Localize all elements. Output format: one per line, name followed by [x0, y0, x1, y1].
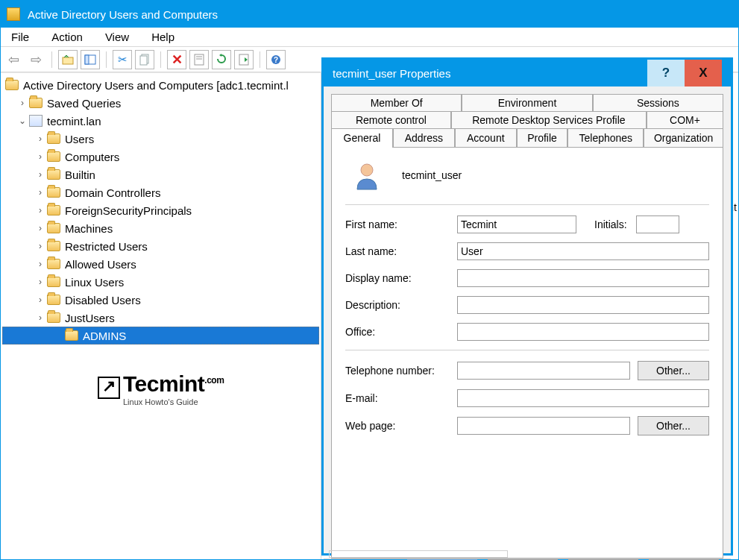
tree-node-domain-controllers[interactable]: ›Domain Controllers — [2, 183, 319, 201]
folder-icon — [47, 223, 60, 233]
menu-action[interactable]: Action — [47, 29, 87, 45]
email-input[interactable] — [457, 389, 709, 407]
tree-root[interactable]: Active Directory Users and Computers [ad… — [2, 76, 319, 94]
svg-rect-5 — [195, 54, 204, 65]
folder-icon — [47, 151, 60, 162]
expand-icon[interactable]: › — [35, 205, 45, 215]
first-name-input[interactable] — [457, 215, 576, 233]
tab-address[interactable]: Address — [393, 128, 455, 147]
svg-rect-4 — [140, 56, 147, 65]
nav-back-icon[interactable]: ⇦ — [4, 50, 23, 69]
expand-icon[interactable]: › — [17, 98, 28, 108]
initials-input[interactable] — [636, 215, 679, 233]
last-name-input[interactable] — [457, 242, 709, 260]
tree-domain[interactable]: ⌄tecmint.lan — [2, 112, 319, 130]
email-label: E-mail: — [345, 392, 457, 404]
tree-node-computers[interactable]: ›Computers — [2, 148, 319, 166]
initials-label: Initials: — [594, 218, 636, 230]
tree-node-linux-users[interactable]: ›Linux Users — [2, 273, 319, 291]
folder-icon — [29, 98, 43, 108]
tree-node-allowed-users[interactable]: ›Allowed Users — [2, 255, 319, 273]
expand-icon[interactable]: › — [35, 169, 45, 180]
tree-node-users[interactable]: ›Users — [2, 130, 319, 148]
tree-node-restricted-users[interactable]: ›Restricted Users — [2, 237, 319, 255]
tree-pane: Active Directory Users and Computers [ad… — [1, 73, 321, 559]
expand-icon[interactable]: › — [35, 277, 45, 287]
folder-icon — [47, 277, 60, 287]
delete-icon[interactable]: ✕ — [167, 50, 186, 69]
tab-remote-desktop-services-profile[interactable]: Remote Desktop Services Profile — [451, 111, 647, 128]
office-input[interactable] — [457, 323, 709, 341]
watermark-logo: Tecmint.com Linux Howto's Guide — [98, 371, 224, 406]
properties-dialog: tecmint_user Properties ? X Member OfEnv… — [321, 57, 733, 556]
expand-icon[interactable]: › — [35, 133, 45, 144]
folder-icon — [47, 241, 60, 251]
user-display-name: tecmint_user — [402, 169, 462, 181]
expand-icon[interactable]: › — [35, 295, 45, 305]
menu-help[interactable]: Help — [147, 29, 179, 45]
svg-point-11 — [361, 164, 373, 176]
tree-node-disabled-users[interactable]: ›Disabled Users — [2, 291, 319, 309]
expand-icon[interactable]: › — [35, 223, 45, 233]
tree-node-admins[interactable]: ADMINS — [2, 327, 319, 345]
telephone-input[interactable] — [457, 362, 630, 380]
tab-body-general: tecmint_user First name: Initials: Last … — [331, 147, 723, 559]
tab-complus[interactable]: COM+ — [647, 111, 723, 128]
tab-profile[interactable]: Profile — [517, 128, 568, 147]
help-icon[interactable]: ? — [266, 50, 286, 69]
tree-node-foreignsecurityprincipals[interactable]: ›ForeignSecurityPrincipals — [2, 201, 319, 219]
tab-environment[interactable]: Environment — [462, 94, 592, 111]
export-list-icon[interactable] — [234, 50, 254, 69]
tree-saved-queries[interactable]: ›Saved Queries — [2, 94, 319, 112]
expand-icon[interactable]: › — [35, 241, 45, 251]
web-page-input[interactable] — [457, 417, 630, 435]
tab-general[interactable]: General — [331, 128, 393, 148]
display-name-label: Display name: — [345, 272, 457, 284]
description-input[interactable] — [457, 296, 709, 314]
tab-remote-control[interactable]: Remote control — [331, 111, 451, 128]
nav-forward-icon[interactable]: ⇨ — [26, 50, 45, 69]
up-folder-icon[interactable] — [58, 50, 78, 69]
svg-text:?: ? — [274, 56, 278, 64]
tree-node-builtin[interactable]: ›Builtin — [2, 166, 319, 183]
cut-icon[interactable]: ✂ — [113, 50, 132, 69]
tree-node-machines[interactable]: ›Machines — [2, 219, 319, 237]
tab-organization[interactable]: Organization — [644, 128, 723, 147]
menu-file[interactable]: File — [7, 29, 34, 45]
folder-icon — [47, 205, 60, 215]
titlebar[interactable]: Active Directory Users and Computers — [1, 1, 738, 28]
expand-icon[interactable]: › — [35, 151, 45, 162]
dialog-help-button[interactable]: ? — [647, 60, 685, 86]
collapse-icon[interactable]: ⌄ — [17, 116, 28, 126]
display-name-input[interactable] — [457, 269, 709, 287]
tabs-area: Member OfEnvironmentSessions Remote cont… — [324, 86, 731, 559]
show-hide-tree-icon[interactable] — [81, 50, 100, 69]
expand-icon[interactable]: › — [35, 259, 45, 269]
expand-icon[interactable]: › — [35, 312, 45, 323]
tab-sessions[interactable]: Sessions — [593, 94, 723, 111]
menu-view[interactable]: View — [101, 29, 133, 45]
dialog-close-button[interactable]: X — [685, 60, 722, 86]
properties-icon[interactable] — [189, 50, 209, 69]
copy-icon[interactable] — [135, 50, 154, 69]
tab-telephones[interactable]: Telephones — [567, 128, 644, 147]
user-icon — [351, 160, 383, 191]
telephone-other-button[interactable]: Other... — [638, 361, 709, 380]
window-title: Active Directory Users and Computers — [28, 8, 218, 21]
telephone-label: Telephone number: — [345, 365, 457, 377]
tab-member-of[interactable]: Member Of — [331, 94, 462, 111]
refresh-icon[interactable] — [212, 50, 231, 69]
folder-icon — [5, 80, 19, 90]
dialog-titlebar[interactable]: tecmint_user Properties ? X — [324, 60, 731, 86]
expand-icon[interactable]: › — [35, 187, 45, 198]
tree-node-justusers[interactable]: ›JustUsers — [2, 309, 319, 327]
tab-account[interactable]: Account — [455, 128, 517, 147]
app-icon — [7, 7, 20, 21]
folder-icon — [47, 187, 60, 198]
web-page-label: Web page: — [345, 420, 457, 432]
web-other-button[interactable]: Other... — [638, 416, 709, 435]
description-label: Description: — [345, 299, 457, 311]
folder-icon — [47, 169, 60, 180]
main-window: Active Directory Users and Computers Fil… — [0, 0, 739, 560]
last-name-label: Last name: — [345, 245, 457, 257]
